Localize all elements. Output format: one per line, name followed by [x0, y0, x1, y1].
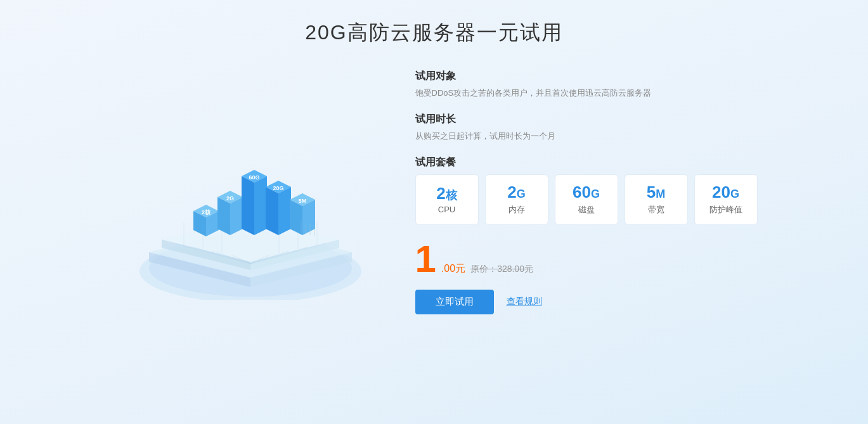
pkg-label: 带宽: [648, 204, 664, 215]
package-cards: 2核 CPU 2G 内存 60G 磁盘 5M 带宽 20G 防护峰值: [415, 174, 758, 225]
price-section: 1 .00元 原价：328.00元: [415, 240, 758, 278]
pkg-value: 60G: [573, 183, 600, 202]
price-suffix: .00元: [441, 262, 465, 276]
pkg-unit: G: [730, 188, 739, 200]
package-card: 20G 防护峰值: [694, 174, 758, 225]
package-card: 60G 磁盘: [555, 174, 618, 225]
svg-text:60G: 60G: [249, 174, 259, 181]
pkg-value: 20G: [712, 183, 739, 202]
svg-marker-36: [278, 187, 291, 235]
package-row: 试用套餐 2核 CPU 2G 内存 60G 磁盘 5M 带宽: [415, 156, 758, 225]
svg-marker-31: [242, 176, 254, 235]
pkg-label: CPU: [438, 205, 455, 214]
duration-desc: 从购买之日起计算，试用时长为一个月: [415, 130, 758, 143]
price-original-label: 原价：: [470, 264, 497, 274]
pkg-unit: G: [591, 188, 600, 200]
svg-marker-32: [254, 176, 267, 235]
target-desc: 饱受DDoS攻击之苦的各类用户，并且首次使用迅云高防云服务器: [415, 87, 758, 100]
page-title: 20G高防云服务器一元试用: [305, 19, 562, 47]
chart-illustration: 2核 2G 60G: [124, 84, 390, 300]
price-original: 原价：328.00元: [470, 264, 533, 275]
pkg-label: 防护峰值: [709, 204, 742, 215]
svg-marker-35: [266, 187, 278, 235]
action-row: 立即试用 查看规则: [415, 290, 758, 314]
pkg-value: 5M: [647, 183, 665, 202]
rules-link[interactable]: 查看规则: [507, 296, 542, 307]
package-card: 2G 内存: [485, 174, 548, 225]
info-section: 试用对象 饱受DDoS攻击之苦的各类用户，并且首次使用迅云高防云服务器 试用时长…: [390, 70, 758, 314]
pkg-label: 内存: [508, 204, 525, 215]
page-wrapper: 20G高防云服务器一元试用: [0, 0, 868, 424]
package-card: 5M 带宽: [625, 174, 688, 225]
package-label: 试用套餐: [415, 156, 758, 169]
duration-label: 试用时长: [415, 113, 758, 126]
pkg-unit: 核: [446, 189, 457, 202]
pkg-unit: M: [656, 188, 665, 200]
pkg-label: 磁盘: [578, 204, 595, 215]
pkg-value: 2核: [436, 184, 457, 203]
target-label: 试用对象: [415, 70, 758, 83]
duration-row: 试用时长 从购买之日起计算，试用时长为一个月: [415, 113, 758, 143]
pkg-unit: G: [517, 188, 526, 200]
price-original-value: 328.00元: [497, 264, 533, 274]
price-big: 1: [415, 240, 436, 278]
pkg-value: 2G: [507, 183, 525, 202]
content-area: 2核 2G 60G: [124, 70, 745, 314]
package-card: 2核 CPU: [415, 174, 479, 225]
svg-text:5M: 5M: [298, 198, 306, 204]
trial-button[interactable]: 立即试用: [415, 290, 494, 314]
svg-marker-27: [217, 197, 230, 235]
svg-text:2G: 2G: [226, 195, 233, 202]
svg-text:2核: 2核: [201, 209, 211, 215]
svg-marker-28: [230, 197, 243, 235]
svg-text:20G: 20G: [273, 185, 283, 191]
target-row: 试用对象 饱受DDoS攻击之苦的各类用户，并且首次使用迅云高防云服务器: [415, 70, 758, 100]
